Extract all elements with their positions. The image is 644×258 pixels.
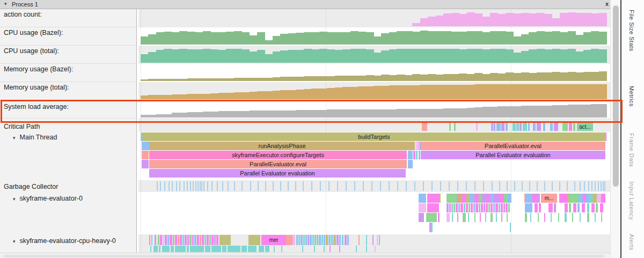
evaluator0-slice[interactable] bbox=[484, 203, 485, 212]
cpu-heavy-slice[interactable] bbox=[265, 246, 269, 252]
cpu-heavy-slice[interactable] bbox=[207, 235, 209, 245]
critical-path-slice[interactable] bbox=[496, 123, 501, 131]
evaluator0-slice[interactable] bbox=[592, 194, 597, 203]
evaluator0-slice[interactable] bbox=[510, 223, 511, 232]
evaluator0-slice[interactable] bbox=[569, 203, 571, 212]
cpu-heavy-slice[interactable] bbox=[301, 235, 303, 245]
evaluator0-slice[interactable] bbox=[501, 213, 502, 222]
sidebar-tab-frame-data[interactable]: Frame Data bbox=[628, 133, 635, 167]
evaluator0-slice[interactable] bbox=[447, 213, 450, 222]
cpu-heavy-slice[interactable] bbox=[310, 235, 312, 245]
evaluator0-slice[interactable] bbox=[491, 203, 493, 212]
cpu-heavy-slice[interactable] bbox=[292, 235, 295, 245]
gc-slice[interactable] bbox=[200, 181, 201, 191]
cpu-heavy-slice[interactable] bbox=[192, 235, 194, 245]
gc-slice[interactable] bbox=[601, 181, 602, 191]
evaluator0-slice[interactable] bbox=[482, 194, 487, 203]
cpu-heavy-slice[interactable] bbox=[324, 235, 325, 245]
gc-slice[interactable] bbox=[179, 181, 180, 191]
evaluator0-slice[interactable] bbox=[596, 203, 598, 212]
evaluator0-slice[interactable] bbox=[453, 203, 455, 212]
cpu-heavy-slice[interactable] bbox=[214, 235, 216, 245]
cpu-heavy-slice[interactable] bbox=[173, 235, 174, 245]
evaluator0-slice[interactable] bbox=[438, 213, 440, 222]
gc-slice[interactable] bbox=[195, 181, 196, 191]
counter-track-mem-total[interactable] bbox=[138, 82, 610, 100]
evaluator0-slice[interactable] bbox=[526, 194, 532, 203]
evaluator0-slice[interactable] bbox=[595, 213, 596, 222]
cpu-heavy-slice[interactable] bbox=[308, 235, 309, 245]
cpu-heavy-slice[interactable] bbox=[149, 235, 150, 245]
process-header[interactable]: ▾ Process 1 bbox=[0, 0, 620, 9]
cpu-heavy-slice[interactable] bbox=[358, 235, 360, 245]
gc-slice[interactable] bbox=[176, 181, 177, 191]
evaluator0-slice[interactable] bbox=[501, 203, 503, 212]
main-thread-slice-buildTargets[interactable]: buildTargets bbox=[142, 132, 606, 141]
gc-slice[interactable] bbox=[591, 181, 592, 191]
evaluator0-slice[interactable] bbox=[491, 213, 493, 222]
evaluator0-slice[interactable] bbox=[481, 203, 483, 212]
gc-slice[interactable] bbox=[280, 181, 281, 191]
critical-path-slice[interactable] bbox=[523, 123, 527, 131]
cpu-heavy-slice-mer[interactable]: mer bbox=[261, 235, 286, 245]
gc-slice[interactable] bbox=[449, 181, 450, 191]
gc-slice[interactable] bbox=[303, 181, 304, 191]
gc-slice[interactable] bbox=[184, 181, 185, 191]
evaluator0-slice[interactable] bbox=[525, 203, 532, 212]
evaluator0-slice[interactable] bbox=[495, 203, 498, 212]
critical-path-slice[interactable] bbox=[519, 123, 522, 131]
cpu-heavy-slice[interactable] bbox=[339, 235, 341, 245]
cpu-heavy-slice[interactable] bbox=[182, 235, 184, 245]
evaluator0-slice[interactable] bbox=[473, 203, 475, 212]
evaluator0-slice[interactable] bbox=[419, 213, 424, 222]
cpu-heavy-slice[interactable] bbox=[150, 246, 151, 252]
evaluator0-slice[interactable] bbox=[508, 203, 510, 212]
gc-slice[interactable] bbox=[190, 181, 191, 191]
evaluator0-slice[interactable] bbox=[488, 203, 490, 212]
gc-slice[interactable] bbox=[203, 181, 204, 191]
evaluator0-slice[interactable] bbox=[469, 203, 470, 212]
evaluator0-slice[interactable] bbox=[573, 203, 576, 212]
evaluator0-slice[interactable] bbox=[558, 213, 559, 222]
cpu-heavy-slice[interactable] bbox=[333, 235, 336, 245]
track-label-system-load[interactable]: System load average: bbox=[4, 103, 69, 110]
evaluator0-slice[interactable] bbox=[544, 213, 545, 222]
gc-slice[interactable] bbox=[197, 181, 199, 191]
critical-path-slice[interactable] bbox=[494, 123, 495, 131]
gc-slice[interactable] bbox=[584, 181, 585, 191]
gc-slice[interactable] bbox=[288, 181, 289, 191]
counter-track-mem-bazel[interactable] bbox=[138, 64, 610, 82]
evaluator0-slice[interactable] bbox=[601, 194, 605, 203]
gc-slice[interactable] bbox=[588, 181, 589, 191]
cpu-heavy-slice[interactable] bbox=[339, 246, 340, 252]
critical-path-slice[interactable] bbox=[476, 123, 478, 131]
gc-slice[interactable] bbox=[354, 181, 355, 191]
cpu-heavy-slice[interactable] bbox=[248, 246, 257, 252]
cpu-heavy-slice[interactable] bbox=[180, 235, 182, 245]
cpu-heavy-slice[interactable] bbox=[366, 235, 367, 245]
critical-path-slice[interactable] bbox=[513, 123, 516, 131]
gc-slice[interactable] bbox=[311, 181, 312, 191]
evaluator0-slice[interactable] bbox=[431, 223, 433, 232]
main-thread-slice[interactable] bbox=[419, 151, 420, 159]
critical-path-slice[interactable] bbox=[537, 123, 541, 131]
cpu-heavy-slice[interactable] bbox=[175, 246, 186, 252]
cpu-heavy-slice[interactable] bbox=[204, 235, 206, 245]
track-label-cpu-bazel[interactable]: CPU usage (Bazel): bbox=[4, 29, 63, 36]
cpu-heavy-slice[interactable] bbox=[209, 235, 211, 245]
evaluator0-slice[interactable] bbox=[474, 213, 475, 222]
main-thread-slice[interactable] bbox=[142, 142, 149, 150]
evaluator0-slice[interactable] bbox=[466, 203, 468, 212]
counter-track-system-load[interactable] bbox=[138, 100, 610, 119]
cpu-heavy-slice[interactable] bbox=[162, 246, 170, 252]
cpu-heavy-slice[interactable] bbox=[153, 246, 158, 252]
gc-slice[interactable] bbox=[228, 181, 229, 191]
cpu-heavy-slice[interactable] bbox=[366, 246, 367, 252]
cpu-heavy-slice[interactable] bbox=[356, 246, 357, 252]
evaluator0-slice[interactable] bbox=[493, 203, 495, 212]
evaluator0-slice[interactable] bbox=[419, 203, 426, 212]
evaluator0-slice[interactable] bbox=[537, 194, 540, 203]
main-thread-slice-runAnalysisPhase[interactable]: runAnalysisPhase bbox=[149, 142, 415, 150]
gc-slice[interactable] bbox=[234, 181, 235, 191]
evaluator0-slice[interactable] bbox=[565, 213, 567, 222]
